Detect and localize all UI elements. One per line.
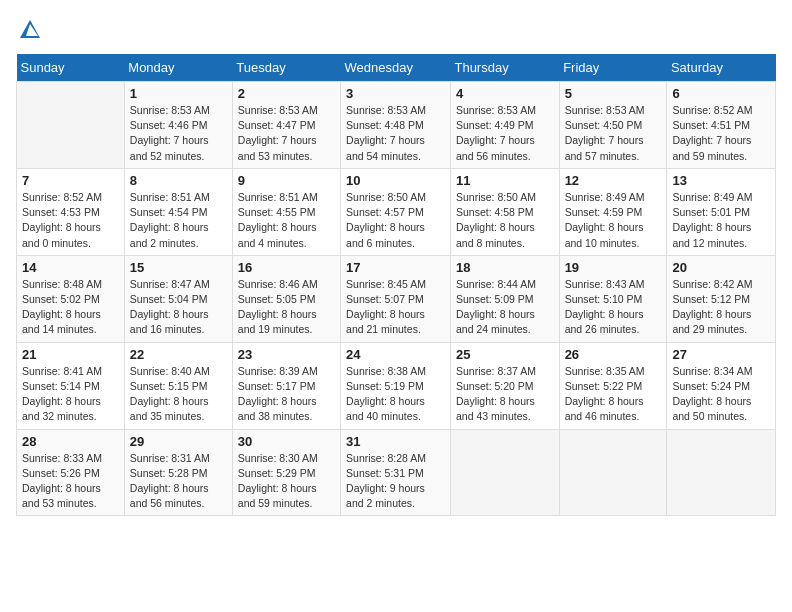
calendar-cell: 4Sunrise: 8:53 AMSunset: 4:49 PMDaylight… — [450, 82, 559, 169]
calendar-cell: 29Sunrise: 8:31 AMSunset: 5:28 PMDayligh… — [124, 429, 232, 516]
calendar-cell: 8Sunrise: 8:51 AMSunset: 4:54 PMDaylight… — [124, 168, 232, 255]
day-info: Sunrise: 8:47 AMSunset: 5:04 PMDaylight:… — [130, 277, 227, 338]
day-number: 5 — [565, 86, 662, 101]
day-number: 17 — [346, 260, 445, 275]
day-info: Sunrise: 8:53 AMSunset: 4:47 PMDaylight:… — [238, 103, 335, 164]
day-number: 30 — [238, 434, 335, 449]
calendar-cell: 19Sunrise: 8:43 AMSunset: 5:10 PMDayligh… — [559, 255, 667, 342]
day-info: Sunrise: 8:38 AMSunset: 5:19 PMDaylight:… — [346, 364, 445, 425]
calendar-cell — [559, 429, 667, 516]
day-number: 27 — [672, 347, 770, 362]
day-info: Sunrise: 8:30 AMSunset: 5:29 PMDaylight:… — [238, 451, 335, 512]
calendar-cell: 16Sunrise: 8:46 AMSunset: 5:05 PMDayligh… — [232, 255, 340, 342]
day-info: Sunrise: 8:42 AMSunset: 5:12 PMDaylight:… — [672, 277, 770, 338]
weekday-header: Sunday — [17, 54, 125, 82]
calendar-cell: 21Sunrise: 8:41 AMSunset: 5:14 PMDayligh… — [17, 342, 125, 429]
day-number: 31 — [346, 434, 445, 449]
day-number: 2 — [238, 86, 335, 101]
weekday-header-row: SundayMondayTuesdayWednesdayThursdayFrid… — [17, 54, 776, 82]
day-number: 21 — [22, 347, 119, 362]
calendar-cell: 5Sunrise: 8:53 AMSunset: 4:50 PMDaylight… — [559, 82, 667, 169]
calendar-cell — [450, 429, 559, 516]
day-info: Sunrise: 8:31 AMSunset: 5:28 PMDaylight:… — [130, 451, 227, 512]
day-number: 10 — [346, 173, 445, 188]
day-number: 1 — [130, 86, 227, 101]
calendar-week-row: 14Sunrise: 8:48 AMSunset: 5:02 PMDayligh… — [17, 255, 776, 342]
day-number: 6 — [672, 86, 770, 101]
calendar-cell: 26Sunrise: 8:35 AMSunset: 5:22 PMDayligh… — [559, 342, 667, 429]
calendar-cell: 2Sunrise: 8:53 AMSunset: 4:47 PMDaylight… — [232, 82, 340, 169]
day-number: 3 — [346, 86, 445, 101]
day-info: Sunrise: 8:43 AMSunset: 5:10 PMDaylight:… — [565, 277, 662, 338]
day-number: 25 — [456, 347, 554, 362]
calendar-cell: 30Sunrise: 8:30 AMSunset: 5:29 PMDayligh… — [232, 429, 340, 516]
day-info: Sunrise: 8:37 AMSunset: 5:20 PMDaylight:… — [456, 364, 554, 425]
calendar-cell: 7Sunrise: 8:52 AMSunset: 4:53 PMDaylight… — [17, 168, 125, 255]
day-number: 28 — [22, 434, 119, 449]
day-number: 20 — [672, 260, 770, 275]
calendar-week-row: 21Sunrise: 8:41 AMSunset: 5:14 PMDayligh… — [17, 342, 776, 429]
calendar-cell: 23Sunrise: 8:39 AMSunset: 5:17 PMDayligh… — [232, 342, 340, 429]
day-info: Sunrise: 8:51 AMSunset: 4:54 PMDaylight:… — [130, 190, 227, 251]
day-info: Sunrise: 8:41 AMSunset: 5:14 PMDaylight:… — [22, 364, 119, 425]
weekday-header: Friday — [559, 54, 667, 82]
calendar-cell — [667, 429, 776, 516]
calendar-cell: 13Sunrise: 8:49 AMSunset: 5:01 PMDayligh… — [667, 168, 776, 255]
calendar-cell: 12Sunrise: 8:49 AMSunset: 4:59 PMDayligh… — [559, 168, 667, 255]
calendar-cell: 15Sunrise: 8:47 AMSunset: 5:04 PMDayligh… — [124, 255, 232, 342]
day-number: 18 — [456, 260, 554, 275]
calendar-cell: 20Sunrise: 8:42 AMSunset: 5:12 PMDayligh… — [667, 255, 776, 342]
day-number: 14 — [22, 260, 119, 275]
day-info: Sunrise: 8:50 AMSunset: 4:57 PMDaylight:… — [346, 190, 445, 251]
logo — [16, 16, 48, 44]
calendar-cell: 10Sunrise: 8:50 AMSunset: 4:57 PMDayligh… — [341, 168, 451, 255]
day-number: 29 — [130, 434, 227, 449]
day-info: Sunrise: 8:39 AMSunset: 5:17 PMDaylight:… — [238, 364, 335, 425]
calendar-cell — [17, 82, 125, 169]
calendar-cell: 24Sunrise: 8:38 AMSunset: 5:19 PMDayligh… — [341, 342, 451, 429]
logo-icon — [16, 16, 44, 44]
day-info: Sunrise: 8:49 AMSunset: 5:01 PMDaylight:… — [672, 190, 770, 251]
day-number: 15 — [130, 260, 227, 275]
day-number: 22 — [130, 347, 227, 362]
day-info: Sunrise: 8:28 AMSunset: 5:31 PMDaylight:… — [346, 451, 445, 512]
calendar-week-row: 1Sunrise: 8:53 AMSunset: 4:46 PMDaylight… — [17, 82, 776, 169]
weekday-header: Tuesday — [232, 54, 340, 82]
day-number: 26 — [565, 347, 662, 362]
day-info: Sunrise: 8:53 AMSunset: 4:50 PMDaylight:… — [565, 103, 662, 164]
day-info: Sunrise: 8:48 AMSunset: 5:02 PMDaylight:… — [22, 277, 119, 338]
calendar-table: SundayMondayTuesdayWednesdayThursdayFrid… — [16, 54, 776, 516]
calendar-cell: 28Sunrise: 8:33 AMSunset: 5:26 PMDayligh… — [17, 429, 125, 516]
day-number: 13 — [672, 173, 770, 188]
calendar-cell: 1Sunrise: 8:53 AMSunset: 4:46 PMDaylight… — [124, 82, 232, 169]
day-number: 11 — [456, 173, 554, 188]
day-number: 12 — [565, 173, 662, 188]
calendar-week-row: 7Sunrise: 8:52 AMSunset: 4:53 PMDaylight… — [17, 168, 776, 255]
day-info: Sunrise: 8:46 AMSunset: 5:05 PMDaylight:… — [238, 277, 335, 338]
weekday-header: Wednesday — [341, 54, 451, 82]
calendar-cell: 14Sunrise: 8:48 AMSunset: 5:02 PMDayligh… — [17, 255, 125, 342]
calendar-cell: 22Sunrise: 8:40 AMSunset: 5:15 PMDayligh… — [124, 342, 232, 429]
day-info: Sunrise: 8:53 AMSunset: 4:46 PMDaylight:… — [130, 103, 227, 164]
calendar-cell: 9Sunrise: 8:51 AMSunset: 4:55 PMDaylight… — [232, 168, 340, 255]
day-info: Sunrise: 8:44 AMSunset: 5:09 PMDaylight:… — [456, 277, 554, 338]
day-info: Sunrise: 8:40 AMSunset: 5:15 PMDaylight:… — [130, 364, 227, 425]
day-number: 19 — [565, 260, 662, 275]
day-info: Sunrise: 8:52 AMSunset: 4:53 PMDaylight:… — [22, 190, 119, 251]
day-number: 16 — [238, 260, 335, 275]
calendar-cell: 18Sunrise: 8:44 AMSunset: 5:09 PMDayligh… — [450, 255, 559, 342]
weekday-header: Saturday — [667, 54, 776, 82]
page-header — [16, 16, 776, 44]
calendar-cell: 6Sunrise: 8:52 AMSunset: 4:51 PMDaylight… — [667, 82, 776, 169]
calendar-cell: 3Sunrise: 8:53 AMSunset: 4:48 PMDaylight… — [341, 82, 451, 169]
day-info: Sunrise: 8:49 AMSunset: 4:59 PMDaylight:… — [565, 190, 662, 251]
day-number: 4 — [456, 86, 554, 101]
calendar-cell: 27Sunrise: 8:34 AMSunset: 5:24 PMDayligh… — [667, 342, 776, 429]
day-number: 7 — [22, 173, 119, 188]
day-info: Sunrise: 8:45 AMSunset: 5:07 PMDaylight:… — [346, 277, 445, 338]
day-info: Sunrise: 8:35 AMSunset: 5:22 PMDaylight:… — [565, 364, 662, 425]
calendar-cell: 31Sunrise: 8:28 AMSunset: 5:31 PMDayligh… — [341, 429, 451, 516]
day-info: Sunrise: 8:50 AMSunset: 4:58 PMDaylight:… — [456, 190, 554, 251]
weekday-header: Thursday — [450, 54, 559, 82]
calendar-cell: 25Sunrise: 8:37 AMSunset: 5:20 PMDayligh… — [450, 342, 559, 429]
